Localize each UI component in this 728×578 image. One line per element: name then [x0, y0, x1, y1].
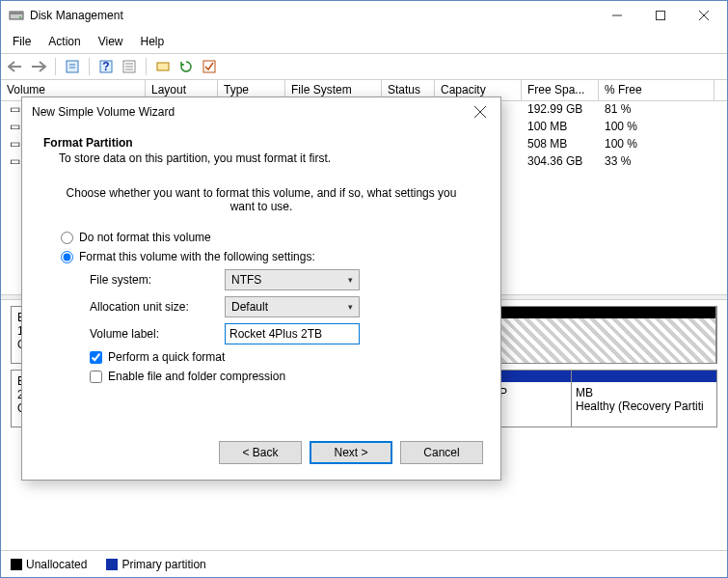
vol-label-label: Volume label:	[90, 327, 225, 341]
compression-input[interactable]	[90, 371, 102, 383]
dialog-heading: Format Partition	[43, 136, 479, 150]
svg-rect-1	[10, 12, 23, 14]
close-button[interactable]	[682, 2, 725, 29]
file-system-select[interactable]: NTFS ▾	[225, 269, 360, 290]
compression-checkbox[interactable]: Enable file and folder compression	[90, 370, 462, 383]
swatch-primary	[106, 559, 118, 570]
partition-recovery[interactable]: MB Healthy (Recovery Partiti	[572, 371, 716, 427]
svg-point-2	[19, 16, 21, 18]
allocation-size-select[interactable]: Default ▾	[225, 296, 360, 317]
quick-format-input[interactable]	[90, 351, 102, 364]
back-button[interactable]: < Back	[219, 441, 302, 464]
maximize-button[interactable]	[638, 2, 682, 29]
window-title: Disk Management	[30, 9, 595, 22]
legend: Unallocated Primary partition	[1, 550, 727, 577]
radio-format[interactable]: Format this volume with the following se…	[61, 250, 462, 263]
svg-rect-4	[656, 12, 664, 20]
toolbar: ?	[1, 53, 727, 80]
menubar: File Action View Help	[1, 30, 727, 53]
chevron-down-icon: ▾	[348, 302, 353, 312]
svg-rect-9	[67, 61, 78, 72]
dialog-intro: Choose whether you want to format this v…	[61, 186, 462, 213]
dialog-title: New Simple Volume Wizard	[32, 105, 466, 119]
dialog-subtitle: To store data on this partition, you mus…	[43, 151, 479, 165]
menu-action[interactable]: Action	[40, 32, 88, 51]
properties-icon[interactable]	[64, 58, 81, 75]
svg-rect-18	[157, 63, 169, 70]
svg-text:?: ?	[102, 60, 109, 73]
volume-icon: ▭	[7, 102, 22, 116]
dialog-header: Format Partition To store data on this p…	[22, 126, 500, 165]
menu-view[interactable]: View	[91, 32, 131, 51]
volume-icon: ▭	[7, 154, 22, 168]
menu-file[interactable]: File	[5, 32, 39, 51]
alloc-label: Allocation unit size:	[90, 300, 225, 314]
dialog-close-button[interactable]	[466, 97, 495, 126]
quick-format-checkbox[interactable]: Perform a quick format	[90, 350, 462, 364]
minimize-button[interactable]	[595, 2, 638, 29]
forward-icon[interactable]	[30, 58, 47, 75]
radio-no-format-input[interactable]	[61, 232, 73, 244]
help-icon[interactable]: ?	[97, 58, 115, 75]
svg-rect-19	[203, 61, 215, 72]
next-button[interactable]: Next >	[310, 441, 392, 464]
col-pct-free[interactable]: % Free	[599, 80, 715, 100]
refresh-icon[interactable]	[177, 58, 195, 75]
cancel-button[interactable]: Cancel	[400, 441, 483, 464]
back-icon[interactable]	[7, 58, 24, 75]
titlebar: Disk Management	[1, 1, 727, 30]
detail-view-icon[interactable]	[121, 58, 138, 75]
menu-help[interactable]: Help	[133, 32, 173, 51]
volume-label-input[interactable]	[225, 323, 360, 344]
volume-icon: ▭	[7, 137, 22, 151]
new-volume-wizard-dialog: New Simple Volume Wizard Format Partitio…	[21, 96, 501, 481]
col-free-space[interactable]: Free Spa...	[522, 80, 599, 100]
action-list-icon[interactable]	[154, 58, 172, 75]
dialog-titlebar: New Simple Volume Wizard	[22, 97, 500, 126]
settings-check-icon[interactable]	[201, 58, 218, 75]
volume-icon: ▭	[7, 120, 22, 133]
radio-no-format[interactable]: Do not format this volume	[61, 231, 462, 244]
radio-format-input[interactable]	[61, 251, 73, 263]
chevron-down-icon: ▾	[348, 275, 353, 285]
app-icon	[9, 8, 24, 23]
swatch-unallocated	[11, 559, 22, 570]
fs-label: File system:	[90, 273, 225, 287]
